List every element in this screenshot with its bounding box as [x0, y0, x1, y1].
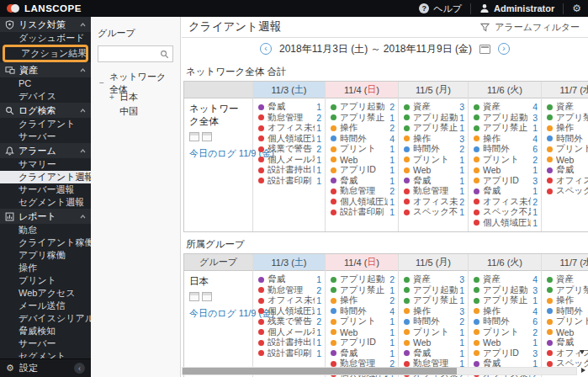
alarm-item[interactable]: 時間外 — [542, 306, 588, 317]
alarm-item[interactable]: Web1 — [469, 337, 541, 348]
alarm-count[interactable]: 2 — [389, 102, 395, 112]
sidebar-item-settings[interactable]: ⚙ 設定 ‹ — [0, 358, 91, 377]
alarm-count[interactable]: 2 — [389, 123, 395, 133]
alarm-item[interactable]: 脅威1 — [326, 176, 398, 187]
alarm-count[interactable]: 1 — [459, 327, 464, 337]
alarm-count[interactable]: 1 — [389, 348, 395, 358]
alarm-count[interactable]: 1 — [389, 176, 395, 186]
alarm-count[interactable]: 1 — [532, 295, 538, 305]
alarm-item[interactable]: アプリ禁止 — [542, 285, 588, 296]
alarm-item[interactable]: 設計書印刷1 — [326, 207, 398, 218]
user-mini-icon[interactable] — [202, 292, 212, 301]
alarm-item[interactable]: 脅威1 — [253, 102, 325, 113]
alarm-count[interactable]: 1 — [532, 165, 538, 175]
alarm-item[interactable]: 脅威1 — [469, 186, 541, 197]
alarm-item[interactable]: Web1 — [399, 165, 468, 176]
alarm-count[interactable]: 3 — [532, 348, 538, 358]
alarm-count[interactable]: 1 — [316, 165, 321, 175]
sidebar-section-assets[interactable]: 資産 — [0, 62, 91, 77]
alarm-count[interactable]: 1 — [389, 285, 395, 295]
alarm-count[interactable]: 1 — [532, 207, 538, 217]
alarm-item[interactable]: 脅威1 — [399, 176, 468, 187]
alarm-count[interactable]: 1 — [316, 337, 321, 348]
alarm-item[interactable]: 操作2 — [326, 123, 398, 134]
alarm-item[interactable]: プリント2 — [469, 327, 541, 338]
alarm-item[interactable]: オフィス未使用2 — [399, 197, 468, 208]
sidebar-item-server-weekly[interactable]: サーバー週報 — [0, 183, 91, 196]
alarm-item[interactable]: 操作3 — [399, 134, 468, 145]
alarm-count[interactable]: 2 — [459, 197, 464, 207]
alarm-count[interactable]: 3 — [532, 285, 538, 295]
alarm-count[interactable]: 1 — [459, 155, 464, 165]
alarm-item[interactable]: 残業で警告2 — [253, 144, 325, 155]
sidebar-item-summary[interactable]: サマリー — [0, 158, 91, 171]
alarm-item[interactable]: アプリ起動3 — [469, 285, 541, 296]
alarm-item[interactable]: Web1 — [399, 337, 468, 348]
alarm-count[interactable]: 4 — [532, 102, 538, 112]
sidebar-item-device[interactable]: デバイス — [0, 90, 91, 103]
alarm-item[interactable]: アプリ禁止1 — [469, 295, 541, 306]
sidebar-item-dashboard[interactable]: ダッシュボード — [0, 32, 91, 45]
alarm-count[interactable]: 2 — [316, 316, 321, 327]
alarm-item[interactable]: 勤怠管理2 — [253, 113, 325, 124]
alarm-count[interactable]: 1 — [532, 123, 538, 133]
sidebar-item-threat-detection[interactable]: 脅威検知 — [0, 325, 91, 337]
alarm-count[interactable]: 3 — [459, 274, 464, 284]
alarm-count[interactable]: 1 — [532, 337, 538, 348]
alarm-item[interactable]: 勤怠管理2 — [326, 186, 398, 197]
horizontal-scroll-right-icon[interactable] — [581, 368, 585, 373]
alarm-count[interactable]: 1 — [459, 285, 464, 295]
group-search-box[interactable] — [98, 45, 173, 62]
alarm-item[interactable]: 時間外4 — [326, 306, 398, 317]
alarm-item[interactable]: 脅威1 — [399, 348, 468, 359]
alarm-item[interactable]: アプリID1 — [326, 337, 398, 348]
alarm-item[interactable]: アプリ禁止1 — [399, 123, 468, 134]
alarm-item[interactable]: 資産3 — [399, 274, 468, 285]
alarm-item[interactable]: 個人領域圧迫1 — [253, 134, 325, 145]
alarm-count[interactable]: 1 — [459, 348, 464, 358]
alarm-item[interactable]: 個人領域圧迫1 — [326, 197, 398, 208]
alarm-item[interactable]: アプリID3 — [469, 176, 541, 187]
alarm-item[interactable]: プリント1 — [326, 316, 398, 327]
alarm-count[interactable]: 1 — [389, 165, 395, 175]
sidebar-section-log-search[interactable]: ログ検索 — [0, 103, 91, 118]
alarm-count[interactable]: 2 — [389, 186, 395, 196]
alarm-item[interactable]: 時間外6 — [469, 144, 541, 155]
tree-expander-icon[interactable]: − — [98, 78, 106, 88]
alarm-item[interactable]: プリント — [542, 316, 588, 327]
alarm-item[interactable]: アプリ禁止1 — [469, 123, 541, 134]
alarm-item[interactable]: スペック不足 — [542, 186, 588, 197]
alarm-item[interactable]: 脅威1 — [326, 348, 398, 359]
alarm-item[interactable]: Web1 — [326, 155, 398, 166]
alarm-item[interactable]: 時間外4 — [326, 134, 398, 145]
sidebar-item-log-server[interactable]: サーバー — [0, 130, 91, 143]
alarm-count[interactable]: 2 — [389, 274, 395, 284]
alarm-item[interactable]: アプリID3 — [469, 348, 541, 359]
alarm-count[interactable]: 1 — [389, 197, 395, 207]
alarm-item[interactable]: オフィス未使用 — [542, 176, 588, 187]
sidebar-item-server[interactable]: サーバー — [0, 337, 91, 350]
alarm-count[interactable]: 1 — [459, 207, 464, 217]
sidebar-item-device-serial[interactable]: デバイスシリアル — [0, 312, 91, 325]
alarm-item[interactable]: 脅威 — [542, 165, 588, 176]
alarm-count[interactable]: 1 — [316, 123, 321, 133]
alarm-item[interactable]: 設計書持出し1 — [253, 165, 325, 176]
sidebar-item-pc[interactable]: PC — [0, 77, 91, 90]
alarm-count[interactable]: 1 — [316, 327, 321, 337]
alarm-count[interactable]: 3 — [459, 306, 464, 316]
alarm-item[interactable]: 個人メール利用1 — [253, 327, 325, 338]
alarm-count[interactable]: 2 — [316, 285, 321, 295]
prev-week-button[interactable]: ‹ — [260, 43, 272, 55]
alarm-item[interactable]: 操作4 — [469, 134, 541, 145]
alarm-item[interactable]: アプリ起動3 — [469, 113, 541, 124]
alarm-count[interactable]: 3 — [459, 134, 464, 144]
alarm-count[interactable]: 1 — [316, 176, 321, 186]
sidebar-item-print[interactable]: プリント — [0, 274, 91, 287]
alarm-count[interactable]: 1 — [389, 316, 395, 327]
alarm-item[interactable]: 操作4 — [469, 306, 541, 317]
alarm-item[interactable]: プリント1 — [326, 144, 398, 155]
alarm-count[interactable]: 1 — [389, 144, 395, 154]
sidebar-item-mail-send[interactable]: メール送信 — [0, 300, 91, 312]
horizontal-scrollbar[interactable] — [182, 367, 577, 375]
alarm-count[interactable]: 1 — [532, 186, 538, 196]
